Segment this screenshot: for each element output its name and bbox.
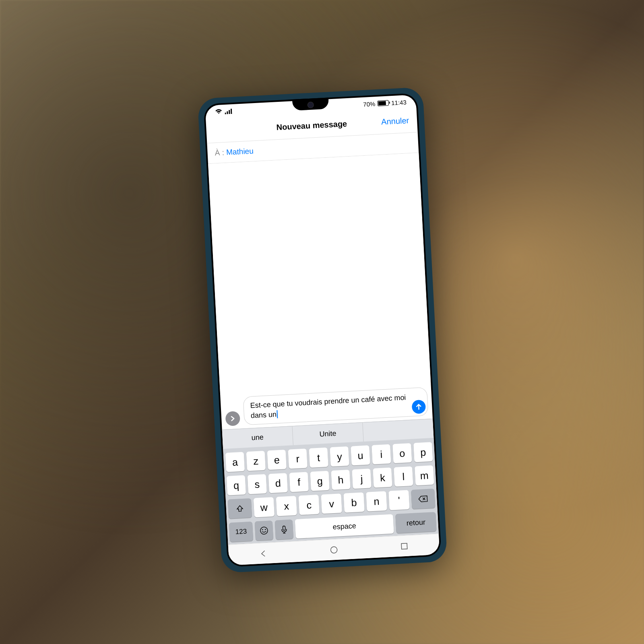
key-o[interactable]: o	[392, 443, 412, 463]
svg-rect-9	[401, 543, 407, 549]
message-input[interactable]: Est-ce que tu voudrais prendre un café a…	[243, 387, 428, 425]
keyboard: une Unite a z e r t y u i o p q	[222, 419, 439, 545]
expand-button[interactable]	[225, 411, 240, 426]
key-h[interactable]: h	[331, 470, 350, 490]
text-cursor	[277, 410, 278, 418]
key-m[interactable]: m	[415, 465, 434, 485]
suggestion-3[interactable]	[363, 419, 433, 442]
key-b[interactable]: b	[343, 492, 364, 513]
space-key[interactable]: espace	[295, 514, 394, 539]
signal-icon	[225, 108, 232, 114]
svg-point-8	[330, 546, 337, 553]
return-key[interactable]: retour	[395, 512, 436, 533]
key-r[interactable]: r	[288, 448, 307, 469]
recipient-label: À :	[215, 148, 227, 157]
nav-back-button[interactable]	[257, 547, 270, 560]
suggestion-1[interactable]: une	[222, 426, 293, 449]
svg-rect-7	[283, 526, 285, 530]
battery-icon	[378, 100, 389, 106]
shift-key[interactable]	[228, 498, 252, 519]
key-q[interactable]: q	[227, 475, 246, 495]
svg-point-5	[262, 529, 263, 530]
key-s[interactable]: s	[248, 474, 267, 494]
key-g[interactable]: g	[310, 471, 329, 491]
key-t[interactable]: t	[309, 448, 328, 468]
send-button[interactable]	[411, 400, 426, 414]
key-e[interactable]: e	[267, 450, 287, 470]
conversation-area	[208, 153, 431, 395]
page-title: Nouveau message	[276, 119, 347, 132]
key-k[interactable]: k	[373, 467, 392, 487]
recipient-name: Mathieu	[226, 147, 254, 157]
phone-frame: 70% 11:43 Nouveau message Annuler À : Ma…	[198, 87, 448, 573]
nav-home-button[interactable]	[328, 543, 341, 556]
key-y[interactable]: y	[330, 446, 349, 466]
key-c[interactable]: c	[299, 495, 320, 515]
key-u[interactable]: u	[351, 445, 370, 465]
backspace-key[interactable]	[411, 489, 435, 509]
message-text: Est-ce que tu voudrais prendre un café a…	[250, 394, 406, 420]
key-p[interactable]: p	[413, 442, 433, 462]
mic-key[interactable]	[275, 520, 293, 540]
status-time: 11:43	[391, 99, 407, 106]
key-d[interactable]: d	[268, 473, 288, 493]
svg-point-4	[260, 527, 268, 535]
svg-rect-1	[227, 111, 228, 114]
key-v[interactable]: v	[321, 493, 342, 514]
wifi-icon	[215, 109, 223, 115]
nav-recent-button[interactable]	[398, 540, 411, 553]
key-x[interactable]: x	[276, 496, 297, 516]
key-f[interactable]: f	[289, 472, 309, 492]
svg-point-6	[265, 529, 266, 530]
key-n[interactable]: n	[366, 491, 387, 512]
cancel-button[interactable]: Annuler	[381, 116, 409, 127]
key-l[interactable]: l	[394, 466, 413, 487]
key-w[interactable]: w	[254, 497, 275, 518]
key-a[interactable]: a	[225, 452, 245, 472]
svg-rect-0	[225, 113, 226, 114]
suggestion-2[interactable]: Unite	[292, 423, 363, 445]
numbers-key[interactable]: 123	[229, 522, 253, 542]
svg-rect-3	[231, 109, 232, 114]
battery-percent: 70%	[363, 100, 376, 108]
emoji-key[interactable]	[255, 520, 273, 541]
key-i[interactable]: i	[372, 444, 391, 464]
key-apostrophe[interactable]: '	[388, 490, 409, 510]
key-z[interactable]: z	[246, 451, 266, 471]
key-j[interactable]: j	[352, 469, 371, 489]
svg-rect-2	[229, 110, 230, 114]
